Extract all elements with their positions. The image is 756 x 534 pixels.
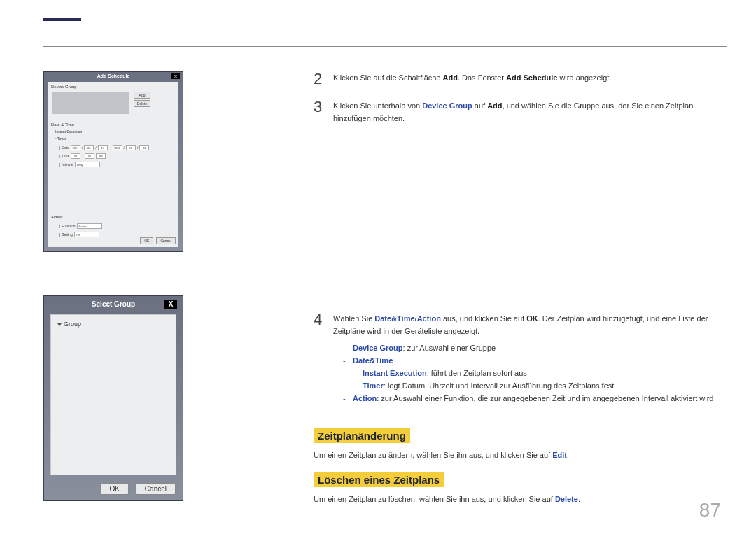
delete-button: Delete bbox=[134, 100, 150, 107]
date-day2: 31 bbox=[139, 145, 149, 150]
step-4: 4 Wählen Sie Date&Time/Action aus, und k… bbox=[314, 312, 727, 405]
group-label: Group bbox=[64, 321, 81, 328]
date-month1: 06 bbox=[84, 145, 94, 150]
bold-timer: Timer bbox=[363, 381, 384, 390]
function-label: Function bbox=[62, 224, 75, 228]
interval-select: Daily bbox=[75, 162, 100, 167]
action-section-label: Action bbox=[51, 215, 63, 219]
cancel-button: Cancel bbox=[136, 483, 176, 495]
list-item: Device Group: zur Auswahl einer Gruppe bbox=[343, 342, 727, 354]
instant-execution-option: Instant Execution bbox=[55, 129, 82, 134]
text: Klicken Sie auf die Schaltfläche bbox=[333, 73, 443, 82]
section-text: Um einen Zeitplan zu löschen, wählen Sie… bbox=[314, 493, 727, 505]
text: Klicken Sie unterhalb von bbox=[333, 101, 422, 110]
top-rule bbox=[43, 46, 727, 47]
bold-add: Add bbox=[487, 101, 502, 110]
text: auf bbox=[472, 101, 487, 110]
close-icon: X bbox=[172, 73, 180, 79]
select-group-screenshot: Select Group X Group OK Cancel bbox=[43, 295, 183, 501]
text: . Das Fenster bbox=[458, 73, 506, 82]
bullet-list: Device Group: zur Auswahl einer Gruppe D… bbox=[343, 342, 727, 405]
ok-button: OK bbox=[140, 237, 153, 244]
step-text: Wählen Sie Date&Time/Action aus, und kli… bbox=[333, 312, 727, 405]
bold-add-schedule: Add Schedule bbox=[506, 73, 557, 82]
right-column: 2 Klicken Sie auf die Schaltfläche Add. … bbox=[314, 71, 727, 505]
step-3: 3 Klicken Sie unterhalb von Device Group… bbox=[314, 99, 727, 125]
function-row: | Function Power bbox=[59, 223, 102, 229]
step-number: 3 bbox=[314, 99, 333, 115]
text: : führt den Zeitplan sofort aus bbox=[427, 369, 527, 377]
text: Wählen Sie bbox=[333, 314, 374, 323]
bold-action: Action bbox=[417, 314, 441, 323]
list-item: Date&Time Instant Execution: führt den Z… bbox=[343, 354, 727, 392]
bold-datetime: Date&Time bbox=[353, 356, 393, 365]
bold-device-group: Device Group bbox=[422, 101, 472, 110]
step-number: 2 bbox=[314, 71, 333, 87]
text: : zur Auswahl einer Funktion, die zur an… bbox=[377, 394, 713, 402]
bold-instant-execution: Instant Execution bbox=[363, 369, 427, 377]
section-heading-delete: Löschen eines Zeitplans bbox=[314, 472, 444, 487]
group-panel: Group bbox=[50, 314, 176, 475]
date-year2: 2086 bbox=[113, 145, 122, 150]
dialog-title: Add Schedule bbox=[44, 73, 183, 78]
dialog-footer: OK Cancel bbox=[100, 483, 176, 495]
section-text: Um einen Zeitplan zu ändern, wählen Sie … bbox=[314, 449, 727, 461]
date-month2: 12 bbox=[126, 145, 136, 150]
document-page: Add Schedule X Device Group Add Delete D… bbox=[0, 0, 756, 534]
text: aus, und klicken Sie auf bbox=[441, 314, 526, 323]
device-group-box bbox=[52, 92, 130, 114]
group-tree-item: Group bbox=[58, 321, 81, 328]
sub-item: Instant Execution: führt den Zeitplan so… bbox=[363, 367, 727, 379]
change-section: Zeitplanänderung Um einen Zeitplan zu än… bbox=[314, 417, 727, 461]
left-column: Add Schedule X Device Group Add Delete D… bbox=[43, 71, 183, 501]
dialog-footer: OK Cancel bbox=[140, 237, 176, 244]
step-number: 4 bbox=[314, 312, 333, 328]
datetime-label: Date & Time bbox=[51, 122, 74, 127]
tree-expand-icon bbox=[57, 323, 62, 326]
date-row: | Date 2011/06/17 ~ 2086/12/31 bbox=[59, 145, 149, 150]
dialog-title: Select Group bbox=[44, 300, 183, 308]
bold-action: Action bbox=[353, 394, 377, 402]
interval-row: | Interval Daily bbox=[59, 162, 100, 167]
cancel-button: Cancel bbox=[156, 237, 176, 244]
bold-add: Add bbox=[443, 73, 458, 82]
date-label: Date bbox=[62, 146, 69, 150]
step-text: Klicken Sie auf die Schaltfläche Add. Da… bbox=[333, 71, 611, 84]
text: . bbox=[567, 451, 569, 459]
list-item: Action: zur Auswahl einer Funktion, die … bbox=[343, 392, 727, 405]
bold-ok: OK bbox=[526, 314, 538, 323]
text: Um einen Zeitplan zu ändern, wählen Sie … bbox=[314, 451, 552, 459]
bold-delete: Delete bbox=[555, 495, 578, 503]
text: : legt Datum, Uhrzeit und Intervall zur … bbox=[384, 381, 615, 390]
step-text: Klicken Sie unterhalb von Device Group a… bbox=[333, 99, 727, 125]
text: Um einen Zeitplan zu löschen, wählen Sie… bbox=[314, 495, 555, 503]
time-label: Time bbox=[62, 154, 69, 158]
timer-option: • Timer bbox=[55, 136, 66, 141]
bold-edit: Edit bbox=[552, 451, 567, 459]
timer-label: Timer bbox=[57, 136, 66, 141]
close-icon: X bbox=[164, 300, 177, 309]
setting-label: Setting bbox=[62, 232, 73, 237]
function-select: Power bbox=[77, 223, 102, 229]
text: : zur Auswahl einer Gruppe bbox=[403, 344, 496, 352]
time-row: | Time 07:30 PM bbox=[59, 153, 106, 159]
device-group-label: Device Group bbox=[48, 83, 80, 90]
ok-button: OK bbox=[100, 483, 128, 495]
text: . bbox=[578, 495, 580, 503]
text: wird angezeigt. bbox=[557, 73, 611, 82]
add-button: Add bbox=[134, 92, 150, 99]
time-hour: 07 bbox=[71, 153, 80, 159]
bold-datetime: Date&Time bbox=[374, 314, 414, 323]
bold-device-group: Device Group bbox=[353, 344, 403, 352]
add-schedule-screenshot: Add Schedule X Device Group Add Delete D… bbox=[43, 71, 183, 252]
page-number: 87 bbox=[699, 499, 721, 521]
setting-row: | Setting Off bbox=[59, 232, 99, 237]
time-ampm: PM bbox=[96, 153, 106, 159]
sub-item: Timer: legt Datum, Uhrzeit und Intervall… bbox=[363, 379, 727, 392]
delete-section: Löschen eines Zeitplans Um einen Zeitpla… bbox=[314, 461, 727, 505]
header-accent bbox=[43, 18, 81, 21]
section-heading-change: Zeitplanänderung bbox=[314, 428, 410, 443]
date-year1: 2011 bbox=[71, 145, 80, 150]
step-2: 2 Klicken Sie auf die Schaltfläche Add. … bbox=[314, 71, 727, 87]
time-min: 30 bbox=[85, 153, 94, 159]
